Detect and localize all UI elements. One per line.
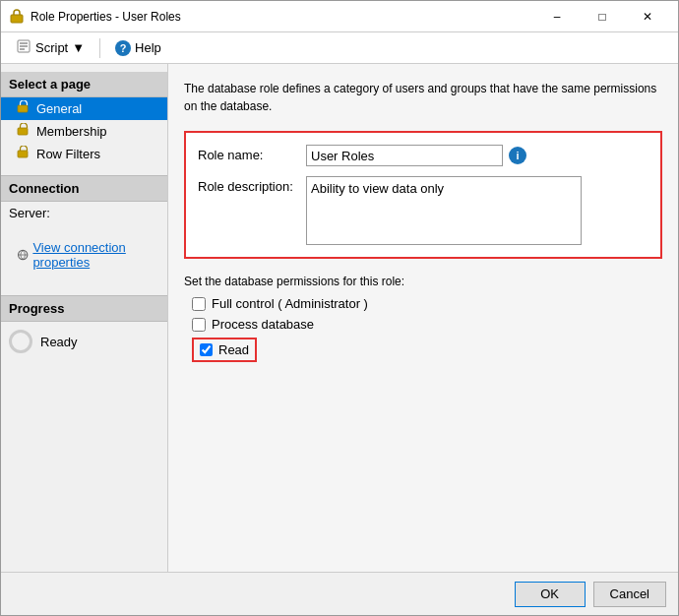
view-connection-label: View connection properties — [32, 240, 152, 270]
window-controls: – □ ✕ — [534, 1, 670, 32]
view-connection-row: View connection properties — [1, 224, 167, 285]
select-page-label: Select a page — [9, 77, 91, 92]
help-label: Help — [135, 40, 161, 55]
select-page-header: Select a page — [1, 72, 167, 97]
window: Role Properties - User Roles – □ ✕ Scrip… — [0, 0, 679, 616]
row-filters-icon — [17, 146, 31, 162]
main-content: Select a page General Membership Row Fil… — [1, 64, 678, 572]
connection-header: Connection — [1, 175, 167, 202]
view-connection-link[interactable]: View connection properties — [9, 236, 159, 274]
minimize-button[interactable]: – — [534, 1, 580, 32]
role-description-control: Ability to view data only — [306, 176, 648, 245]
sidebar-item-row-filters[interactable]: Row Filters — [1, 143, 167, 165]
role-name-control: i — [306, 145, 648, 166]
content-description: The database role defines a category of … — [184, 80, 662, 115]
role-name-label: Role name: — [198, 145, 306, 162]
connection-label: Connection — [9, 181, 80, 196]
title-bar: Role Properties - User Roles – □ ✕ — [1, 1, 678, 32]
cancel-button[interactable]: Cancel — [593, 582, 666, 607]
role-form-section: Role name: i Role description: Ability t… — [184, 131, 662, 259]
progress-spinner — [9, 330, 32, 353]
role-name-row: Role name: i — [198, 145, 648, 166]
sidebar-item-general-label: General — [36, 101, 82, 116]
sidebar-item-row-filters-label: Row Filters — [36, 147, 100, 161]
script-label: Script — [35, 40, 68, 55]
toolbar-separator — [99, 38, 100, 58]
svg-rect-7 — [18, 151, 28, 157]
window-title: Role Properties - User Roles — [31, 10, 534, 24]
process-db-label: Process database — [212, 317, 314, 332]
sidebar-item-membership[interactable]: Membership — [1, 120, 167, 143]
sidebar: Select a page General Membership Row Fil… — [1, 64, 168, 572]
svg-rect-0 — [11, 15, 23, 23]
read-row: Read — [192, 338, 257, 362]
bottom-bar: OK Cancel — [1, 572, 678, 615]
read-checkbox[interactable] — [200, 343, 213, 356]
svg-rect-6 — [18, 128, 28, 135]
membership-icon — [17, 123, 31, 140]
script-button[interactable]: Script ▼ — [9, 34, 92, 61]
content-panel: The database role defines a category of … — [168, 64, 678, 572]
info-icon[interactable]: i — [509, 147, 526, 164]
script-icon — [16, 38, 31, 57]
server-row: Server: — [1, 202, 167, 224]
help-button[interactable]: ? Help — [108, 36, 168, 60]
help-icon: ? — [115, 40, 131, 56]
read-label: Read — [218, 342, 249, 357]
toolbar: Script ▼ ? Help — [1, 32, 678, 64]
progress-header: Progress — [1, 295, 167, 322]
ok-button[interactable]: OK — [515, 582, 586, 607]
ready-label: Ready — [40, 335, 78, 349]
sidebar-item-membership-label: Membership — [36, 124, 107, 139]
progress-ready-row: Ready — [1, 322, 167, 361]
general-icon — [17, 100, 31, 117]
full-control-row: Full control ( Administrator ) — [184, 296, 662, 311]
sidebar-item-general[interactable]: General — [1, 97, 167, 120]
full-control-label: Full control ( Administrator ) — [212, 296, 368, 311]
role-name-input[interactable] — [306, 145, 503, 166]
process-db-checkbox[interactable] — [192, 318, 206, 332]
process-db-row: Process database — [184, 317, 662, 332]
close-button[interactable]: ✕ — [625, 1, 670, 32]
window-icon — [9, 9, 25, 25]
role-description-label: Role description: — [198, 176, 306, 194]
progress-label: Progress — [9, 301, 64, 316]
full-control-checkbox[interactable] — [192, 297, 206, 311]
permissions-label: Set the database permissions for this ro… — [184, 275, 662, 288]
role-description-textarea[interactable]: Ability to view data only — [306, 176, 582, 245]
script-dropdown-icon: ▼ — [72, 40, 85, 55]
server-label: Server: — [9, 206, 50, 220]
svg-rect-5 — [18, 105, 28, 112]
maximize-button[interactable]: □ — [580, 1, 625, 32]
role-description-row: Role description: Ability to view data o… — [198, 176, 648, 245]
